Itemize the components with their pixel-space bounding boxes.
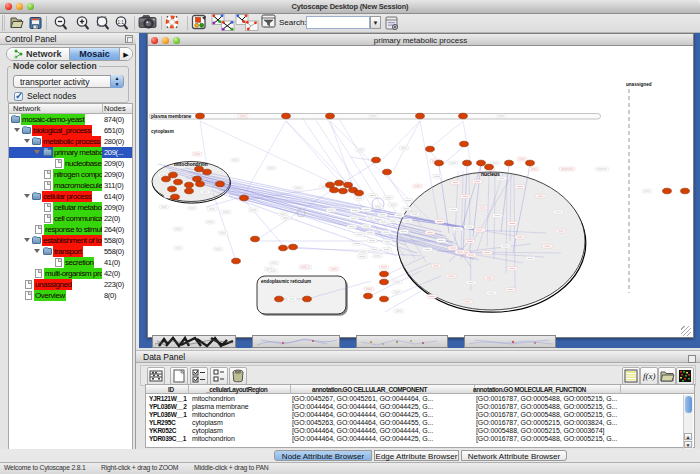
svg-text:unassigned: unassigned (626, 82, 652, 87)
svg-text:cytoplasm: cytoplasm (151, 129, 174, 134)
svg-text:mitochondrion: mitochondrion (174, 162, 208, 167)
svg-text:nucleus: nucleus (481, 171, 500, 177)
svg-text:endoplasmic reticulum: endoplasmic reticulum (261, 279, 311, 284)
svg-text:1:1: 1:1 (118, 20, 125, 25)
svg-text:f(x): f(x) (643, 371, 656, 381)
svg-text:plasma membrane: plasma membrane (151, 114, 192, 119)
